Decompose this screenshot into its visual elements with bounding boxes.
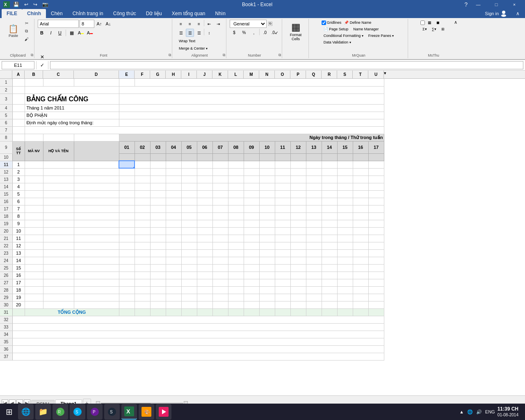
col-header-P[interactable]: P [290,71,306,78]
ribbon-collapse-btn[interactable]: ∧ [454,20,457,25]
cell-G11[interactable] [150,161,166,168]
align-top-right-btn[interactable]: ≡ [195,20,203,28]
cell-B7[interactable] [25,126,384,134]
row-num-35[interactable]: 35 [0,338,12,345]
cell-A7[interactable] [12,126,25,134]
cell-O10[interactable] [275,153,290,161]
cell-E8[interactable]: Ngày trong tháng / Thứ trong tuần [119,134,384,141]
col-scroll-btn[interactable]: ▾ [384,71,392,78]
cell-B3[interactable]: BẢNG CHẤM CÔNG [25,94,119,104]
cell-J11[interactable] [197,161,212,168]
cell-B9[interactable]: MÃ NV [25,141,43,161]
cell-P31[interactable] [290,308,306,316]
increase-font-btn[interactable]: A↑ [95,20,103,28]
cell-F11[interactable] [135,161,150,168]
bold-button[interactable]: B [38,29,46,37]
currency-btn[interactable]: $ [230,29,239,36]
paste-button[interactable]: 📋 Paste [5,20,22,43]
row-num-11[interactable]: 11 [0,161,12,168]
clock[interactable]: 11:39 CH 01-08-2014 [498,406,518,418]
align-bottom-right-btn[interactable]: ☰ [195,29,203,37]
cell-E31[interactable] [119,308,135,316]
cell-D8[interactable] [74,134,119,141]
signin-button[interactable]: Sign in [485,11,499,16]
row-num-26[interactable]: 26 [0,272,12,279]
cell-H10[interactable] [166,153,181,161]
cell-T10[interactable] [353,153,368,161]
row-num-27[interactable]: 27 [0,279,12,286]
ie-app[interactable]: 🌐 [18,404,34,420]
row-num-1[interactable]: 1 [0,79,12,86]
cell-C11[interactable] [43,161,74,168]
cell-S9[interactable]: 15 [337,141,353,153]
col-header-H[interactable]: H [166,71,181,78]
row-num-17[interactable]: 17 [0,205,12,212]
tray-arrow[interactable]: ▲ [459,409,465,415]
media-app[interactable] [156,404,171,420]
row-num-29[interactable]: 29 [0,294,12,301]
align-top-center-btn[interactable]: ≡ [186,20,194,28]
number-expand-btn[interactable]: ⧉ [268,22,272,26]
underline-button[interactable]: U [56,29,64,37]
name-manager-btn[interactable]: Name Manager [351,26,381,32]
cell-M10[interactable] [244,153,259,161]
italic-button[interactable]: I [47,29,55,37]
paint-app[interactable]: 🎨 [139,404,154,420]
cond-fmt-arrow[interactable]: ▾ [362,34,363,38]
row-num-32[interactable]: 32 [0,316,12,323]
cell-K31[interactable] [212,308,228,316]
cell-R9[interactable]: 14 [322,141,337,153]
tab-xem-tong-quan[interactable]: Xem tổng quan [167,9,210,18]
tab-cong-thuc[interactable]: Công thức [108,9,141,18]
font-color-button[interactable]: A▬ [86,29,94,37]
cell-M11[interactable] [244,161,259,168]
cell-reference-input[interactable] [2,61,34,69]
cell-C9[interactable]: HỌ VÀ TÊN [43,141,74,161]
cell-D1[interactable] [74,79,119,86]
cell-E2[interactable] [119,86,384,94]
col-header-O[interactable]: O [275,71,290,78]
cell-U10[interactable] [368,153,384,161]
col-header-B[interactable]: B [25,71,43,78]
cell-J9[interactable]: 06 [197,141,212,153]
app3[interactable]: R [52,404,68,420]
gridlines-checkbox[interactable]: Gridlines [322,21,342,25]
cell-Q11[interactable] [306,161,322,168]
help-icon[interactable]: ? [464,1,468,8]
cell-B1[interactable] [25,79,43,86]
cell-O9[interactable]: 11 [275,141,290,153]
col-header-R[interactable]: R [322,71,337,78]
cell-A35[interactable] [12,338,384,345]
msthu-btn5[interactable]: ⊞ [439,26,447,32]
row-num-28[interactable]: 28 [0,286,12,294]
row-num-15[interactable]: 15 [0,190,12,198]
row-num-20[interactable]: 20 [0,227,12,235]
cell-A37[interactable] [12,353,384,360]
cell-I9[interactable]: 05 [181,141,197,153]
cell-E4[interactable] [119,104,384,112]
sound-icon[interactable]: 🔊 [475,409,483,415]
cell-A33[interactable] [12,323,384,331]
cell-R11[interactable] [322,161,337,168]
validation-arrow[interactable]: ▾ [349,41,351,44]
row-num-31[interactable]: 31 [0,308,12,316]
cell-B2[interactable] [25,86,119,94]
cell-D9[interactable] [74,141,119,161]
maximize-button[interactable]: □ [489,0,504,9]
cell-A32[interactable] [12,316,384,323]
cell-I10[interactable] [181,153,197,161]
cell-F10[interactable] [135,153,150,161]
row-num-24[interactable]: 24 [0,257,12,264]
formula-input[interactable] [50,61,523,69]
cell-I11[interactable] [181,161,197,168]
wrap-text-button[interactable]: Wrap Text [177,38,197,44]
sheet-body[interactable]: 1 2 3 [0,79,525,395]
align-bottom-left-btn[interactable]: ☰ [177,29,185,37]
cell-S10[interactable] [337,153,353,161]
cell-B31-tong-cong[interactable]: TỔNG CỘNG [25,308,119,316]
cell-L11[interactable] [228,161,244,168]
skype-app[interactable]: S [70,404,85,420]
cell-B8[interactable] [25,134,43,141]
cell-A5[interactable] [12,112,25,119]
alignment-expand[interactable]: ⧉ [223,53,225,57]
